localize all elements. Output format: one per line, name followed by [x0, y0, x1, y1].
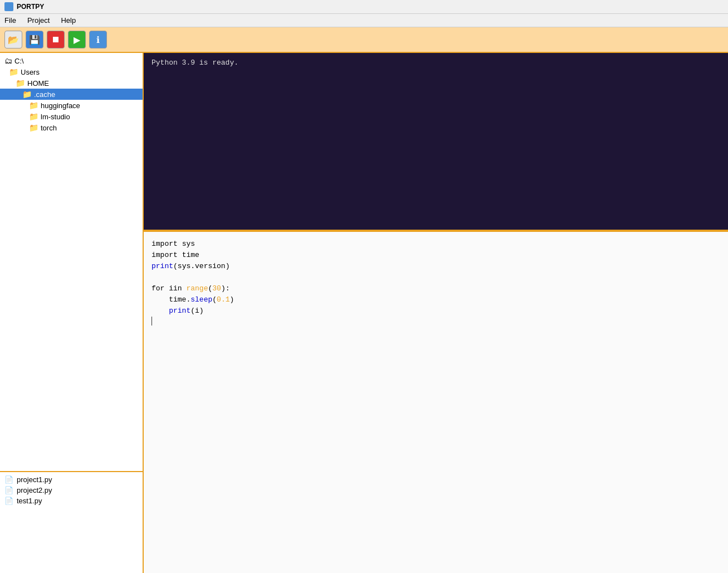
app-icon — [4, 2, 13, 11]
file-label: project2.py — [17, 486, 52, 494]
file-icon: 📄 — [4, 497, 13, 505]
tree-label: lm-studio — [41, 113, 70, 121]
folder-icon: 📁 — [29, 112, 38, 121]
code-token: version — [195, 261, 226, 272]
toolbar: 📂 💾 ⏹ ▶ ℹ — [0, 27, 728, 53]
code-token: ( — [208, 283, 212, 294]
menubar: File Project Help — [0, 14, 728, 27]
titlebar: PORTPY — [0, 0, 728, 14]
save-button[interactable]: 💾 — [26, 31, 43, 48]
keyword: in — [173, 283, 182, 294]
code-editor[interactable]: import sys import time print(sys.version… — [144, 231, 728, 573]
left-panel: 🗂 C:\ 📁 Users 📁 HOME 📁 .cache 📁 huggingf… — [0, 53, 144, 573]
code-token: sys — [178, 261, 190, 272]
file-label: test1.py — [17, 497, 42, 505]
file-item-test1[interactable]: 📄 test1.py — [0, 496, 143, 506]
tree-label: torch — [41, 124, 57, 132]
code-line: import sys — [152, 239, 720, 250]
file-icon: 📄 — [4, 486, 13, 494]
code-token: ) — [229, 294, 234, 305]
menu-project[interactable]: Project — [25, 15, 52, 26]
tree-label: Users — [21, 68, 40, 76]
code-line: for i in range(30): — [152, 283, 720, 294]
code-number: 30 — [212, 283, 221, 294]
menu-file[interactable]: File — [2, 15, 18, 26]
main-area: 🗂 C:\ 📁 Users 📁 HOME 📁 .cache 📁 huggingf… — [0, 53, 728, 573]
code-function: sleep — [190, 294, 212, 305]
code-token — [152, 294, 169, 305]
tree-label: HOME — [27, 79, 49, 88]
tree-label: huggingface — [41, 101, 80, 110]
open-button[interactable]: 📂 — [4, 31, 22, 48]
code-line: print(sys.version) — [152, 261, 720, 272]
keyword: import — [152, 250, 178, 261]
code-token: i — [169, 283, 173, 294]
code-token — [152, 305, 169, 317]
file-item-project1[interactable]: 📄 project1.py — [0, 474, 143, 485]
tree-item-cache[interactable]: 📁 .cache — [0, 89, 143, 100]
code-line: import time — [152, 250, 720, 261]
stop-button[interactable]: ⏹ — [47, 31, 65, 48]
code-line: print(i) — [152, 305, 720, 317]
file-tree: 🗂 C:\ 📁 Users 📁 HOME 📁 .cache 📁 huggingf… — [0, 53, 143, 472]
tree-item-torch[interactable]: 📁 torch — [0, 122, 143, 133]
file-item-project2[interactable]: 📄 project2.py — [0, 485, 143, 496]
code-token: . — [190, 261, 195, 272]
console-text: Python 3.9 is ready. — [152, 59, 238, 67]
text-cursor — [152, 317, 152, 326]
keyword: for — [152, 283, 164, 294]
code-number: 0.1 — [217, 294, 229, 305]
code-line: time.sleep(0.1) — [152, 294, 720, 305]
code-token: ( — [190, 305, 195, 317]
file-icon: 📄 — [4, 475, 13, 484]
file-label: project1.py — [17, 475, 52, 484]
code-token: . — [186, 294, 190, 305]
code-token: time — [169, 294, 186, 305]
folder-icon: 📁 — [16, 79, 25, 88]
code-function: print — [169, 305, 190, 317]
console-output: Python 3.9 is ready. — [144, 53, 728, 231]
folder-icon: 📁 — [22, 90, 32, 99]
code-builtin: range — [186, 283, 208, 294]
info-button[interactable]: ℹ — [89, 31, 107, 48]
tree-item-huggingface[interactable]: 📁 huggingface — [0, 100, 143, 111]
code-token: ) — [226, 261, 230, 272]
tree-item-users[interactable]: 📁 Users — [0, 66, 143, 77]
tree-item-lm-studio[interactable]: 📁 lm-studio — [0, 111, 143, 122]
menu-help[interactable]: Help — [58, 15, 78, 26]
code-token: ): — [221, 283, 230, 294]
folder-icon: 📁 — [29, 123, 38, 132]
tree-item-c[interactable]: 🗂 C:\ — [0, 55, 143, 66]
app-title: PORTPY — [17, 3, 44, 11]
code-token: sys — [182, 239, 195, 250]
code-token: ) — [199, 305, 204, 317]
tree-item-home[interactable]: 📁 HOME — [0, 77, 143, 89]
code-line-cursor — [152, 317, 720, 328]
code-token: i — [195, 305, 199, 317]
tree-label: C:\ — [14, 57, 24, 65]
tree-label: .cache — [34, 90, 55, 99]
code-line-blank — [152, 272, 720, 283]
code-token: ( — [173, 261, 178, 272]
code-function: print — [152, 261, 173, 272]
run-button[interactable]: ▶ — [68, 31, 86, 48]
folder-icon: 📁 — [9, 67, 18, 76]
code-token: time — [182, 250, 199, 261]
folder-icon: 🗂 — [4, 56, 12, 65]
code-token: ( — [212, 294, 217, 305]
file-list: 📄 project1.py 📄 project2.py 📄 test1.py — [0, 472, 143, 573]
right-panel: Python 3.9 is ready. import sys import t… — [144, 53, 728, 573]
folder-icon: 📁 — [29, 101, 38, 110]
keyword: import — [152, 239, 178, 250]
